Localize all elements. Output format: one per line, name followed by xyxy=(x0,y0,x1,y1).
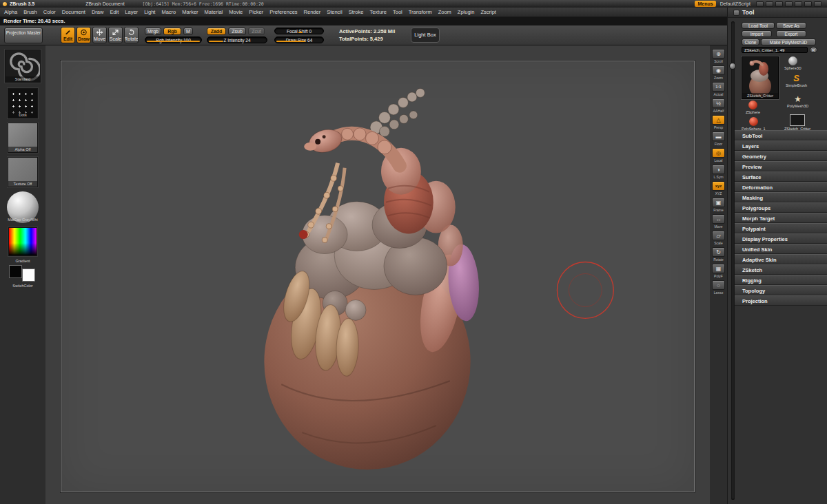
strip-item-scale3d[interactable]: ▱ Scale xyxy=(711,231,726,245)
draw-size-slider[interactable]: Draw Size 64 xyxy=(274,36,324,43)
rotate-button[interactable]: Rotate xyxy=(124,27,139,43)
primary-color-swatch[interactable] xyxy=(9,265,22,278)
menu-tool[interactable]: Tool xyxy=(393,9,402,15)
light-box-button[interactable]: Light Box xyxy=(411,28,440,43)
strip-item-frame[interactable]: ▣ Frame xyxy=(711,198,726,212)
strip-item-floor[interactable]: ▬ Floor xyxy=(711,132,726,146)
active-tool-thumbnail[interactable]: ZSketch_Critter xyxy=(742,56,779,99)
tool-palette-header[interactable]: Tool xyxy=(728,8,827,18)
interface-color-icon[interactable] xyxy=(766,1,773,7)
make-polymesh3d-button[interactable]: Make PolyMesh3D xyxy=(761,39,816,45)
zbrush-document[interactable] xyxy=(61,61,695,492)
projection-master-button[interactable]: Projection Master xyxy=(4,28,43,43)
section-projection[interactable]: Projection xyxy=(735,295,827,306)
rgb-intensity-slider[interactable]: Rgb Intensity 100 xyxy=(145,36,202,43)
color-picker[interactable] xyxy=(8,227,37,256)
menu-light[interactable]: Light xyxy=(144,9,155,15)
menu-stroke[interactable]: Stroke xyxy=(349,9,364,15)
menus-button[interactable]: Menus xyxy=(695,1,715,7)
menu-material[interactable]: Material xyxy=(205,9,223,15)
help-icon[interactable] xyxy=(785,1,793,7)
palette-scroll-knob[interactable] xyxy=(729,63,736,70)
edit-button[interactable]: Edit xyxy=(61,27,75,43)
strip-item-aahalf[interactable]: ½ AAHalf xyxy=(711,98,726,113)
menu-movie[interactable]: Movie xyxy=(229,9,243,15)
strip-item-xyz[interactable]: xyz XYZ xyxy=(711,181,726,196)
z-intensity-slider[interactable]: Z Intensity 24 xyxy=(207,36,267,43)
section-surface[interactable]: Surface xyxy=(735,171,827,182)
strip-item-zoom[interactable]: ◉ Zoom xyxy=(711,65,726,80)
mrgb-button[interactable]: Mrgb xyxy=(145,28,161,35)
section-layers[interactable]: Layers xyxy=(735,140,827,151)
current-stroke-thumbnail[interactable]: Dots xyxy=(8,88,38,118)
menu-alpha[interactable]: Alpha xyxy=(4,9,17,15)
menu-marker[interactable]: Marker xyxy=(182,9,198,15)
menu-edit[interactable]: Edit xyxy=(110,9,119,15)
menu-layer[interactable]: Layer xyxy=(125,9,138,15)
section-unified-skin[interactable]: Unified Skin xyxy=(735,244,827,254)
tool-item-polysphere[interactable]: PolySphere_1 xyxy=(742,117,766,131)
section-masking[interactable]: Masking xyxy=(735,192,827,202)
strip-item-actual[interactable]: 1:1 Actual xyxy=(711,82,726,96)
menu-stencil[interactable]: Stencil xyxy=(327,9,343,15)
default-zscript-label[interactable]: DefaultZScript xyxy=(720,1,751,6)
menu-picker[interactable]: Picker xyxy=(249,9,263,15)
strip-item-lsym[interactable]: ◑ L.Sym xyxy=(711,165,726,179)
strip-item-rotate3d[interactable]: ↻ Rotate xyxy=(711,247,726,262)
current-brush-thumbnail[interactable]: Standard xyxy=(5,50,41,83)
load-tool-button[interactable]: Load Tool xyxy=(742,22,775,29)
config-icon[interactable] xyxy=(795,1,802,7)
menu-color[interactable]: Color xyxy=(43,9,56,15)
focal-shift-slider[interactable]: Focal Shift 0 xyxy=(274,28,324,34)
menu-document[interactable]: Document xyxy=(62,9,85,15)
current-texture-thumbnail[interactable]: Texture Off xyxy=(8,157,38,187)
import-button[interactable]: Import xyxy=(742,30,772,37)
quit-icon[interactable] xyxy=(814,1,821,7)
section-polypaint[interactable]: Polypaint xyxy=(735,223,827,233)
interface-layout-icon[interactable] xyxy=(756,1,764,7)
move-button[interactable]: Move xyxy=(92,27,107,43)
window-icon[interactable] xyxy=(804,1,812,7)
menu-zplugin[interactable]: Zplugin xyxy=(458,9,475,15)
strip-item-lasso[interactable]: ◌ Lasso xyxy=(711,280,726,295)
strip-item-local[interactable]: ◎ Local xyxy=(711,148,726,162)
section-topology[interactable]: Topology xyxy=(735,285,827,295)
menu-macro[interactable]: Macro xyxy=(161,9,176,15)
menu-draw[interactable]: Draw xyxy=(92,9,104,15)
save-as-button[interactable]: Save As xyxy=(776,22,806,29)
tool-item-polymesh3d[interactable]: ★ PolyMesh3D xyxy=(787,95,808,108)
menu-zscript[interactable]: Zscript xyxy=(480,9,496,15)
current-alpha-thumbnail[interactable]: Alpha Off xyxy=(8,123,38,153)
current-tool-name[interactable]: ZSketch_Critter_1. 49 xyxy=(742,47,808,53)
tool-item-zsketch-critter[interactable]: ZSketch_Critter xyxy=(784,114,810,131)
zsub-button[interactable]: Zsub xyxy=(228,28,246,35)
section-subtool[interactable]: SubTool xyxy=(735,130,827,140)
section-display-properties[interactable]: Display Properties xyxy=(735,233,827,244)
menu-texture[interactable]: Texture xyxy=(369,9,387,15)
canvas-area[interactable] xyxy=(45,45,710,504)
tool-item-simplebrush[interactable]: S SimpleBrush xyxy=(786,74,807,87)
gradient-label[interactable]: Gradient xyxy=(0,259,45,263)
strip-item-move3d[interactable]: ↔ Move xyxy=(711,214,726,229)
menu-preferences[interactable]: Preferences xyxy=(269,9,297,15)
menu-transform[interactable]: Transform xyxy=(409,9,432,15)
strip-item-scroll[interactable]: ⊕ Scroll xyxy=(711,49,726,63)
section-polygroups[interactable]: Polygroups xyxy=(735,202,827,213)
zadd-button[interactable]: Zadd xyxy=(207,28,226,35)
secondary-color-swatch[interactable] xyxy=(22,269,35,282)
menu-render[interactable]: Render xyxy=(304,9,321,15)
section-zsketch[interactable]: ZSketch xyxy=(735,264,827,275)
tool-item-zsphere[interactable]: ZSphere xyxy=(746,101,760,114)
menu-zoom[interactable]: Zoom xyxy=(438,9,451,15)
divider-icon[interactable] xyxy=(775,1,783,7)
m-button[interactable]: M xyxy=(183,28,193,35)
section-adaptive-skin[interactable]: Adaptive Skin xyxy=(735,254,827,264)
export-button[interactable]: Export xyxy=(776,30,806,37)
section-geometry[interactable]: Geometry xyxy=(735,151,827,161)
scale-button[interactable]: Scale xyxy=(108,27,123,43)
strip-item-polyframe[interactable]: ▦ PolyF xyxy=(711,264,726,278)
strip-item-persp[interactable]: △ Persp xyxy=(711,115,726,129)
draw-button[interactable]: Draw xyxy=(76,27,91,43)
restore-config-button[interactable]: R xyxy=(810,47,817,53)
switch-color-label[interactable]: SwitchColor xyxy=(0,284,45,288)
